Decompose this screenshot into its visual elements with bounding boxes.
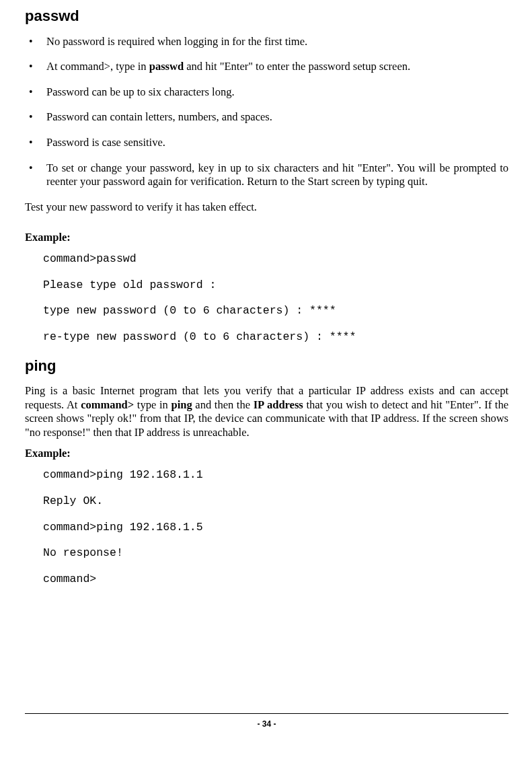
passwd-paragraph: Test your new password to verify it has … xyxy=(25,201,508,215)
code-line: command>ping 192.168.1.5 xyxy=(43,521,508,535)
code-line: No response! xyxy=(43,546,508,560)
code-line: type new password (0 to 6 characters) : … xyxy=(43,304,508,318)
example-label: Example: xyxy=(25,447,508,461)
text: Password can be up to six characters lon… xyxy=(46,85,235,98)
heading-ping: ping xyxy=(25,357,508,375)
page-container: passwd No password is required when logg… xyxy=(0,0,532,729)
list-item: At command>, type in passwd and hit "Ent… xyxy=(25,60,508,74)
text: and hit "Enter" to enter the password se… xyxy=(184,60,410,73)
list-item: To set or change your password, key in u… xyxy=(25,161,508,189)
page-footer: - 34 - xyxy=(25,713,508,729)
text: Password can contain letters, numbers, a… xyxy=(46,110,272,123)
code-line: Reply OK. xyxy=(43,495,508,509)
code-line: command>ping 192.168.1.1 xyxy=(43,468,508,482)
text: At command>, type in xyxy=(46,60,149,73)
bold-text: command> xyxy=(81,398,134,411)
example-label: Example: xyxy=(25,231,508,245)
code-line: command>passwd xyxy=(43,252,508,266)
content-area: passwd No password is required when logg… xyxy=(25,7,508,645)
text: To set or change your password, key in u… xyxy=(46,161,508,188)
list-item: Password can contain letters, numbers, a… xyxy=(25,110,508,124)
bold-text: passwd xyxy=(149,60,184,73)
text: Password is case sensitive. xyxy=(46,136,165,149)
list-item: Password is case sensitive. xyxy=(25,136,508,150)
code-line: command> xyxy=(43,573,508,587)
code-line: Please type old password : xyxy=(43,279,508,293)
text: and then the xyxy=(192,398,254,411)
text: type in xyxy=(134,398,171,411)
list-item: Password can be up to six characters lon… xyxy=(25,85,508,100)
heading-passwd: passwd xyxy=(25,7,508,26)
bold-text: ping xyxy=(171,398,192,411)
text: No password is required when logging in … xyxy=(46,35,307,48)
bold-text: IP address xyxy=(254,398,303,411)
ping-paragraph: Ping is a basic Internet program that le… xyxy=(25,384,508,440)
passwd-bullet-list: No password is required when logging in … xyxy=(25,35,508,189)
code-line: re-type new password (0 to 6 characters)… xyxy=(43,330,508,344)
list-item: No password is required when logging in … xyxy=(25,35,508,49)
